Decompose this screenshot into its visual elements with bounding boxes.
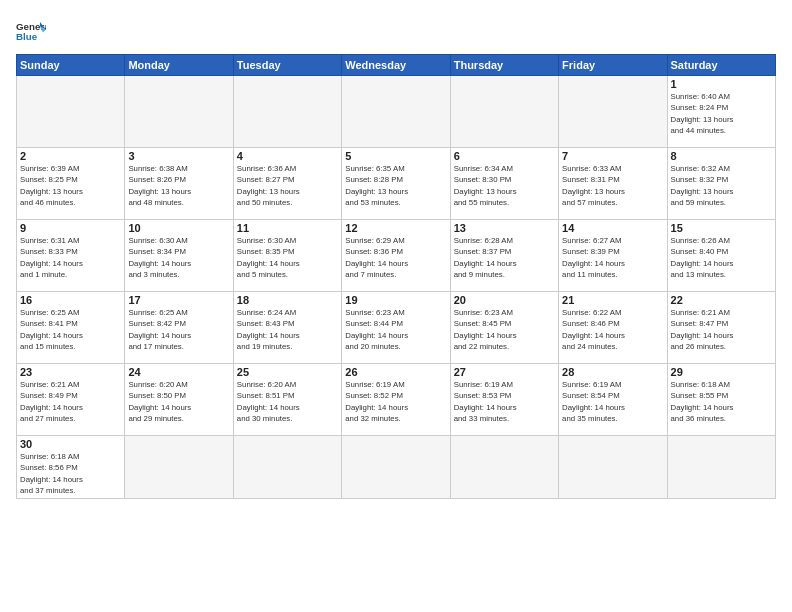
calendar-cell: 25Sunrise: 6:20 AMSunset: 8:51 PMDayligh… [233, 364, 341, 436]
day-number: 24 [128, 366, 229, 378]
calendar-cell: 18Sunrise: 6:24 AMSunset: 8:43 PMDayligh… [233, 292, 341, 364]
calendar-cell: 9Sunrise: 6:31 AMSunset: 8:33 PMDaylight… [17, 220, 125, 292]
calendar-cell: 13Sunrise: 6:28 AMSunset: 8:37 PMDayligh… [450, 220, 558, 292]
logo-icon: General Blue [16, 16, 46, 46]
calendar-cell: 27Sunrise: 6:19 AMSunset: 8:53 PMDayligh… [450, 364, 558, 436]
week-row-6: 30Sunrise: 6:18 AMSunset: 8:56 PMDayligh… [17, 436, 776, 499]
day-info: Sunrise: 6:39 AMSunset: 8:25 PMDaylight:… [20, 163, 121, 208]
day-info: Sunrise: 6:33 AMSunset: 8:31 PMDaylight:… [562, 163, 663, 208]
calendar-cell: 28Sunrise: 6:19 AMSunset: 8:54 PMDayligh… [559, 364, 667, 436]
day-info: Sunrise: 6:19 AMSunset: 8:52 PMDaylight:… [345, 379, 446, 424]
day-number: 5 [345, 150, 446, 162]
day-info: Sunrise: 6:32 AMSunset: 8:32 PMDaylight:… [671, 163, 772, 208]
day-number: 18 [237, 294, 338, 306]
day-info: Sunrise: 6:19 AMSunset: 8:54 PMDaylight:… [562, 379, 663, 424]
day-number: 11 [237, 222, 338, 234]
calendar-cell [17, 76, 125, 148]
day-number: 9 [20, 222, 121, 234]
day-number: 28 [562, 366, 663, 378]
calendar-cell [450, 436, 558, 499]
day-info: Sunrise: 6:19 AMSunset: 8:53 PMDaylight:… [454, 379, 555, 424]
calendar-cell: 7Sunrise: 6:33 AMSunset: 8:31 PMDaylight… [559, 148, 667, 220]
week-row-3: 9Sunrise: 6:31 AMSunset: 8:33 PMDaylight… [17, 220, 776, 292]
weekday-header-row: SundayMondayTuesdayWednesdayThursdayFrid… [17, 55, 776, 76]
day-info: Sunrise: 6:21 AMSunset: 8:47 PMDaylight:… [671, 307, 772, 352]
weekday-header-thursday: Thursday [450, 55, 558, 76]
day-info: Sunrise: 6:38 AMSunset: 8:26 PMDaylight:… [128, 163, 229, 208]
day-number: 3 [128, 150, 229, 162]
calendar-cell: 15Sunrise: 6:26 AMSunset: 8:40 PMDayligh… [667, 220, 775, 292]
day-number: 8 [671, 150, 772, 162]
calendar-cell [233, 436, 341, 499]
day-number: 15 [671, 222, 772, 234]
day-info: Sunrise: 6:22 AMSunset: 8:46 PMDaylight:… [562, 307, 663, 352]
day-number: 4 [237, 150, 338, 162]
weekday-header-sunday: Sunday [17, 55, 125, 76]
calendar-cell [342, 436, 450, 499]
week-row-4: 16Sunrise: 6:25 AMSunset: 8:41 PMDayligh… [17, 292, 776, 364]
day-number: 21 [562, 294, 663, 306]
day-number: 1 [671, 78, 772, 90]
calendar-cell: 5Sunrise: 6:35 AMSunset: 8:28 PMDaylight… [342, 148, 450, 220]
day-info: Sunrise: 6:20 AMSunset: 8:51 PMDaylight:… [237, 379, 338, 424]
calendar-cell: 30Sunrise: 6:18 AMSunset: 8:56 PMDayligh… [17, 436, 125, 499]
calendar-cell: 23Sunrise: 6:21 AMSunset: 8:49 PMDayligh… [17, 364, 125, 436]
day-number: 2 [20, 150, 121, 162]
calendar-cell: 19Sunrise: 6:23 AMSunset: 8:44 PMDayligh… [342, 292, 450, 364]
calendar-cell [559, 76, 667, 148]
day-number: 26 [345, 366, 446, 378]
calendar-cell: 20Sunrise: 6:23 AMSunset: 8:45 PMDayligh… [450, 292, 558, 364]
day-info: Sunrise: 6:21 AMSunset: 8:49 PMDaylight:… [20, 379, 121, 424]
day-info: Sunrise: 6:30 AMSunset: 8:35 PMDaylight:… [237, 235, 338, 280]
day-number: 10 [128, 222, 229, 234]
weekday-header-saturday: Saturday [667, 55, 775, 76]
day-number: 12 [345, 222, 446, 234]
day-number: 14 [562, 222, 663, 234]
day-info: Sunrise: 6:36 AMSunset: 8:27 PMDaylight:… [237, 163, 338, 208]
calendar-cell: 3Sunrise: 6:38 AMSunset: 8:26 PMDaylight… [125, 148, 233, 220]
calendar-cell [125, 436, 233, 499]
calendar-cell: 17Sunrise: 6:25 AMSunset: 8:42 PMDayligh… [125, 292, 233, 364]
calendar-cell: 21Sunrise: 6:22 AMSunset: 8:46 PMDayligh… [559, 292, 667, 364]
calendar-cell [125, 76, 233, 148]
day-info: Sunrise: 6:25 AMSunset: 8:41 PMDaylight:… [20, 307, 121, 352]
page: General Blue SundayMondayTuesdayWednesda… [0, 0, 792, 612]
calendar-cell: 29Sunrise: 6:18 AMSunset: 8:55 PMDayligh… [667, 364, 775, 436]
calendar-cell [450, 76, 558, 148]
day-number: 30 [20, 438, 121, 450]
day-info: Sunrise: 6:23 AMSunset: 8:44 PMDaylight:… [345, 307, 446, 352]
day-info: Sunrise: 6:29 AMSunset: 8:36 PMDaylight:… [345, 235, 446, 280]
weekday-header-wednesday: Wednesday [342, 55, 450, 76]
calendar-cell [667, 436, 775, 499]
calendar: SundayMondayTuesdayWednesdayThursdayFrid… [16, 54, 776, 499]
calendar-cell [233, 76, 341, 148]
day-info: Sunrise: 6:31 AMSunset: 8:33 PMDaylight:… [20, 235, 121, 280]
calendar-cell: 16Sunrise: 6:25 AMSunset: 8:41 PMDayligh… [17, 292, 125, 364]
header: General Blue [16, 16, 776, 46]
week-row-5: 23Sunrise: 6:21 AMSunset: 8:49 PMDayligh… [17, 364, 776, 436]
day-number: 27 [454, 366, 555, 378]
day-info: Sunrise: 6:23 AMSunset: 8:45 PMDaylight:… [454, 307, 555, 352]
day-info: Sunrise: 6:27 AMSunset: 8:39 PMDaylight:… [562, 235, 663, 280]
calendar-cell: 8Sunrise: 6:32 AMSunset: 8:32 PMDaylight… [667, 148, 775, 220]
day-info: Sunrise: 6:28 AMSunset: 8:37 PMDaylight:… [454, 235, 555, 280]
day-number: 17 [128, 294, 229, 306]
day-info: Sunrise: 6:40 AMSunset: 8:24 PMDaylight:… [671, 91, 772, 136]
calendar-cell: 12Sunrise: 6:29 AMSunset: 8:36 PMDayligh… [342, 220, 450, 292]
calendar-cell: 26Sunrise: 6:19 AMSunset: 8:52 PMDayligh… [342, 364, 450, 436]
day-info: Sunrise: 6:35 AMSunset: 8:28 PMDaylight:… [345, 163, 446, 208]
calendar-cell [559, 436, 667, 499]
day-number: 25 [237, 366, 338, 378]
calendar-cell: 22Sunrise: 6:21 AMSunset: 8:47 PMDayligh… [667, 292, 775, 364]
calendar-cell: 10Sunrise: 6:30 AMSunset: 8:34 PMDayligh… [125, 220, 233, 292]
day-number: 6 [454, 150, 555, 162]
calendar-cell [342, 76, 450, 148]
day-info: Sunrise: 6:34 AMSunset: 8:30 PMDaylight:… [454, 163, 555, 208]
weekday-header-friday: Friday [559, 55, 667, 76]
weekday-header-monday: Monday [125, 55, 233, 76]
day-number: 29 [671, 366, 772, 378]
calendar-cell: 2Sunrise: 6:39 AMSunset: 8:25 PMDaylight… [17, 148, 125, 220]
day-number: 20 [454, 294, 555, 306]
day-number: 7 [562, 150, 663, 162]
weekday-header-tuesday: Tuesday [233, 55, 341, 76]
